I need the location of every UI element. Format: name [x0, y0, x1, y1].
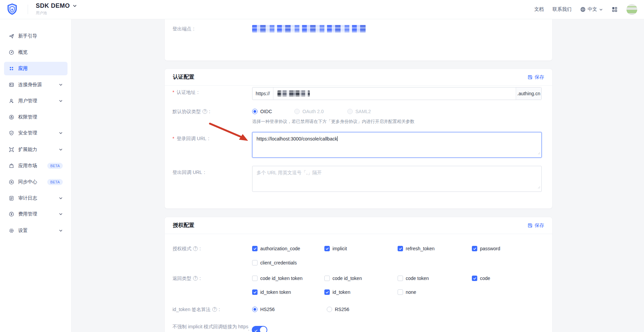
sidebar-item-sync-center[interactable]: 同步中心 BETA: [4, 175, 68, 189]
logout-callback-textarea[interactable]: 多个 URL 用英文逗号「,」隔开: [252, 166, 542, 192]
checkbox-icon: [472, 246, 477, 251]
radio-rs256[interactable]: RS256: [327, 306, 349, 313]
auth-address-input[interactable]: https:// .authing.cn: [252, 87, 542, 100]
question-circle-icon[interactable]: ?: [193, 246, 198, 251]
sidebar-item-settings[interactable]: 设置: [4, 224, 68, 237]
top-header: SDK DEMO 用户池 文档 联系我们 中文: [0, 0, 644, 19]
login-callback-textarea[interactable]: https://localhost:3000/console/callback: [252, 132, 542, 158]
lock-circle-icon: [9, 114, 14, 120]
radio-saml2[interactable]: SAML2: [347, 108, 371, 115]
userpool-label: 用户池: [36, 10, 77, 16]
gear-icon: [9, 228, 14, 233]
chevron-down-icon: [599, 8, 603, 11]
checkbox-code-idtoken[interactable]: code id_token: [324, 275, 362, 282]
radio-icon: [347, 109, 353, 114]
question-circle-icon[interactable]: ?: [212, 307, 217, 312]
gauge-icon: [9, 50, 14, 55]
card-title: 认证配置: [173, 74, 194, 81]
sidebar-item-label: 连接身份源: [18, 82, 42, 88]
implicit-https-label-colon: :: [248, 327, 249, 332]
sidebar-item-label: 设置: [18, 228, 28, 234]
main-content: 登出端点: 认证配置 保存 * 认证地址: https:// .authing.…: [72, 19, 644, 332]
checkbox-icon: [472, 276, 477, 281]
user-avatar[interactable]: [626, 4, 637, 15]
sidebar-item-guide[interactable]: 新手引导: [4, 29, 68, 43]
app-switcher[interactable]: SDK DEMO 用户池: [36, 2, 77, 16]
checkbox-code-idtoken-token[interactable]: code id_token token: [252, 275, 302, 282]
sidebar-item-app-market[interactable]: 应用市场 BETA: [4, 159, 68, 173]
sidebar-item-label: 用户管理: [18, 98, 37, 104]
sidebar-item-audit-logs[interactable]: 审计日志: [4, 191, 68, 205]
checkbox-idtoken[interactable]: id_token: [324, 288, 350, 296]
sidebar-item-label: 新手引导: [18, 33, 37, 39]
language-selector[interactable]: 中文: [580, 6, 603, 12]
sidebar-item-permissions[interactable]: 权限管理: [4, 110, 68, 124]
checkbox-icon: [324, 289, 330, 295]
checkbox-implicit[interactable]: implicit: [324, 245, 347, 252]
checkbox-icon: [398, 289, 403, 295]
save-icon: [528, 223, 533, 228]
authing-logo-icon: [5, 3, 19, 16]
sidebar-item-security[interactable]: 安全管理: [4, 126, 68, 140]
money-circle-icon: [9, 211, 14, 217]
radio-hs256[interactable]: HS256: [252, 306, 275, 313]
chevron-down-icon: [59, 212, 63, 216]
sidebar-item-billing[interactable]: 费用管理: [4, 207, 68, 221]
frame-icon: [9, 147, 14, 152]
checkbox-icon: [398, 246, 403, 251]
contact-link[interactable]: 联系我们: [553, 6, 571, 12]
logout-endpoint-label: 登出端点:: [172, 25, 194, 32]
checkbox-refresh-token[interactable]: refresh_token: [398, 245, 435, 252]
checkbox-authorization-code[interactable]: authorization_code: [252, 245, 300, 252]
question-circle-icon[interactable]: ?: [193, 276, 198, 281]
red-arrow-annotation: [202, 116, 259, 150]
protocol-hint: 选择一种登录协议，若已禁用请在下方「更多身份协议」内进行开启并配置相关参数: [252, 119, 414, 125]
sidebar-item-extensions[interactable]: 扩展能力: [4, 143, 68, 156]
chevron-down-icon: [59, 83, 63, 87]
save-button[interactable]: 保存: [528, 74, 544, 80]
protocol-type-label: 默认协议类型 ? :: [172, 108, 210, 115]
toggle-knob: [260, 327, 267, 332]
shopping-bag-icon: [9, 163, 14, 169]
checkbox-icon: [252, 260, 258, 265]
sidebar-item-applications[interactable]: 应用: [4, 62, 68, 75]
chevron-down-icon: [59, 196, 63, 200]
sidebar-item-user-management[interactable]: 用户管理: [4, 94, 68, 108]
auth-domain-redacted: [277, 91, 310, 97]
checkbox-idtoken-token[interactable]: id_token token: [252, 288, 291, 296]
resize-handle[interactable]: [538, 184, 540, 190]
logout-callback-label: 登出回调 URL:: [172, 169, 205, 176]
sidebar-nav: 新手引导 概览 应用 连接身份源 用户管理 权限管理 安全管理 扩展能力 应用市…: [0, 19, 72, 332]
sidebar-item-overview[interactable]: 概览: [4, 46, 68, 59]
docs-link[interactable]: 文档: [534, 6, 544, 12]
resize-handle[interactable]: [538, 150, 540, 156]
logout-endpoint-link-redacted[interactable]: [252, 25, 366, 32]
chevron-down-icon: [59, 229, 63, 233]
radio-oidc[interactable]: OIDC: [252, 108, 272, 115]
checkbox-code[interactable]: code: [472, 275, 490, 282]
checkbox-client-credentials[interactable]: client_credentials: [252, 259, 297, 266]
radio-icon: [294, 109, 300, 114]
checkbox-icon: [252, 276, 258, 281]
authorization-config-card: 授权配置 保存 授权模式 ? : authorization_code impl…: [164, 217, 553, 332]
chevron-down-icon: [59, 99, 63, 103]
idtoken-algorithm-label: id_token 签名算法 ? :: [172, 306, 220, 313]
sync-icon: [9, 179, 14, 185]
implicit-https-label: 不强制 implicit 模式回调链接为 https: [172, 323, 251, 330]
sidebar-item-label: 应用市场: [18, 163, 37, 169]
radio-icon: [252, 109, 258, 114]
sidebar-item-identity-sources[interactable]: 连接身份源: [4, 78, 68, 92]
card-title: 授权配置: [173, 222, 194, 229]
login-callback-label: * 登录回调 URL:: [172, 135, 209, 142]
checkbox-none[interactable]: none: [398, 288, 416, 296]
checkbox-password[interactable]: password: [472, 245, 500, 252]
implicit-https-toggle[interactable]: [252, 326, 267, 332]
radio-oauth2[interactable]: OAuth 2.0: [294, 108, 324, 115]
checkbox-code-token[interactable]: code token: [398, 275, 429, 282]
save-button[interactable]: 保存: [528, 223, 544, 229]
apps-grid-icon[interactable]: [612, 6, 618, 12]
globe-icon: [580, 7, 586, 12]
question-circle-icon[interactable]: ?: [203, 109, 207, 114]
shield-check-icon: [9, 130, 14, 136]
radio-icon: [252, 307, 258, 312]
